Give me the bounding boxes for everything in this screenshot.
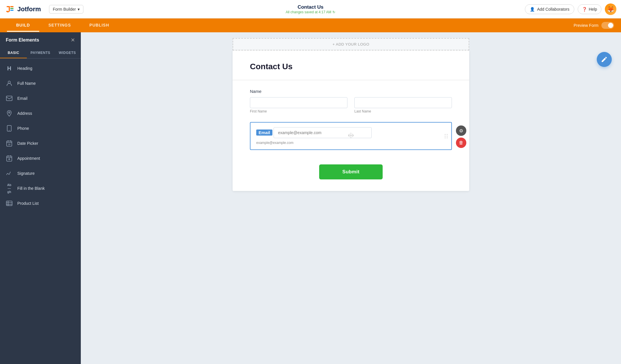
sidebar-item-appointment[interactable]: Appointment — [0, 151, 81, 166]
preview-toggle[interactable] — [601, 22, 614, 29]
sidebar-item-fullname[interactable]: Full Name — [0, 76, 81, 91]
sidebar-tabs: BASIC PAYMENTS WIDGETS — [0, 48, 81, 59]
sidebar-tab-basic[interactable]: BASIC — [0, 48, 27, 58]
sidebar-item-label: Fill in the Blank — [17, 186, 45, 191]
appointment-icon — [6, 155, 13, 162]
sidebar-item-label: Appointment — [17, 156, 40, 161]
address-icon — [6, 110, 13, 117]
svg-point-3 — [9, 112, 10, 113]
submit-section: Submit — [233, 159, 469, 191]
tab-build[interactable]: BUILD — [7, 19, 39, 32]
first-name-sublabel: First Name — [250, 109, 347, 113]
sidebar-header: Form Elements ✕ — [0, 32, 81, 48]
sidebar-item-product-list[interactable]: Product List — [0, 196, 81, 211]
name-field-label: Name — [250, 89, 452, 94]
sidebar-item-address[interactable]: Address — [0, 106, 81, 121]
sidebar-item-label: Full Name — [17, 81, 36, 86]
preview-form-toggle: Preview Form — [574, 22, 614, 29]
svg-rect-2 — [6, 96, 12, 101]
drag-handle-dots — [445, 134, 448, 138]
sidebar-item-label: Heading — [17, 66, 32, 71]
trash-icon: 🗑 — [459, 140, 463, 145]
svg-point-9 — [9, 159, 10, 160]
close-sidebar-button[interactable]: ✕ — [71, 37, 75, 43]
sidebar-tab-payments[interactable]: PAYMENTS — [27, 48, 54, 58]
email-icon — [6, 95, 13, 102]
pencil-icon — [601, 56, 608, 63]
gear-icon: ⚙ — [459, 128, 463, 134]
sidebar-item-datepicker[interactable]: 10 Date Picker — [0, 136, 81, 151]
field-actions: ⚙ 🗑 — [456, 125, 466, 148]
product-list-icon — [6, 200, 13, 207]
sidebar-item-email[interactable]: Email — [0, 91, 81, 106]
submit-button[interactable]: Submit — [319, 164, 382, 179]
sidebar: Form Elements ✕ BASIC PAYMENTS WIDGETS H… — [0, 32, 81, 364]
autosave-status: All changes saved at 4:17 AM ↻ — [286, 10, 335, 14]
phone-icon — [6, 125, 13, 132]
last-name-field: Last Name — [354, 97, 452, 113]
logo-area: Jotform Form Builder ▾ — [5, 4, 83, 14]
sidebar-item-signature[interactable]: Signature — [0, 166, 81, 181]
topbar: Jotform Form Builder ▾ Contact Us All ch… — [0, 0, 621, 18]
email-field-label: Email — [256, 130, 272, 136]
topbar-right: 👤 Add Collaborators ❓ Help 🦊 — [525, 3, 616, 15]
first-name-field: First Name — [250, 97, 347, 113]
form-builder-dropdown[interactable]: Form Builder ▾ — [49, 5, 83, 14]
svg-point-1 — [8, 81, 10, 83]
sidebar-item-label: Date Picker — [17, 141, 38, 146]
floating-edit-button[interactable] — [597, 52, 612, 67]
field-delete-button[interactable]: 🗑 — [456, 138, 466, 148]
form-header: Contact Us — [233, 50, 469, 80]
logo-text: Jotform — [17, 5, 41, 13]
sidebar-title: Form Elements — [6, 37, 39, 43]
main-layout: Form Elements ✕ BASIC PAYMENTS WIDGETS H… — [0, 32, 621, 364]
email-hint: example@example.com — [256, 141, 446, 145]
sidebar-item-label: Address — [17, 111, 32, 116]
datepicker-icon: 10 — [6, 140, 13, 147]
navbar: BUILD SETTINGS PUBLISH Preview Form — [0, 18, 621, 32]
refresh-icon: ↻ — [332, 10, 335, 14]
field-settings-button[interactable]: ⚙ — [456, 125, 466, 136]
form-title: Contact Us — [250, 62, 452, 71]
add-logo-button[interactable]: + ADD YOUR LOGO — [233, 38, 469, 50]
add-collaborators-button[interactable]: 👤 Add Collaborators — [525, 4, 574, 14]
sidebar-item-label: Signature — [17, 171, 35, 176]
form-title-header: Contact Us — [286, 4, 335, 10]
tab-publish[interactable]: PUBLISH — [80, 19, 118, 32]
first-name-input[interactable] — [250, 97, 347, 108]
name-field-section: Name First Name Last Name — [250, 89, 452, 113]
sidebar-item-label: Email — [17, 96, 27, 101]
form-builder-label: Form Builder — [53, 7, 76, 12]
svg-text:10: 10 — [8, 143, 10, 145]
email-field-selected[interactable]: Email example@example.com — [250, 122, 452, 150]
tab-settings[interactable]: SETTINGS — [39, 19, 80, 32]
form-container: Contact Us Name First Name Last Name — [233, 50, 469, 191]
jotform-logo-icon — [5, 4, 15, 14]
avatar[interactable]: 🦊 — [605, 3, 616, 15]
sidebar-item-phone[interactable]: Phone — [0, 121, 81, 136]
sidebar-item-heading[interactable]: H Heading — [0, 61, 81, 76]
chevron-down-icon: ▾ — [78, 7, 80, 12]
canvas-area: + ADD YOUR LOGO Contact Us Name First Na… — [81, 32, 621, 364]
fullname-icon — [6, 80, 13, 87]
sidebar-item-label: Phone — [17, 126, 29, 131]
toggle-knob — [608, 23, 613, 28]
email-field-container: Email example@example.com — [250, 122, 452, 150]
help-button[interactable]: ❓ Help — [578, 4, 601, 14]
heading-icon: H — [6, 65, 13, 72]
last-name-sublabel: Last Name — [354, 109, 452, 113]
last-name-input[interactable] — [354, 97, 452, 108]
name-fields-row: First Name Last Name — [250, 97, 452, 113]
nav-tabs: BUILD SETTINGS PUBLISH — [7, 19, 118, 32]
sidebar-item-label: Product List — [17, 201, 39, 206]
topbar-center: Contact Us All changes saved at 4:17 AM … — [286, 4, 335, 14]
signature-icon — [6, 170, 13, 177]
move-handle-icon — [347, 132, 354, 140]
svg-point-5 — [9, 130, 10, 131]
sidebar-items-list: H Heading Full Name Email Address — [0, 59, 81, 213]
sidebar-tab-widgets[interactable]: WIDGETS — [54, 48, 81, 58]
form-body: Name First Name Last Name — [233, 80, 469, 159]
fill-blank-icon: Ab—gh — [6, 185, 13, 192]
sidebar-item-fill-blank[interactable]: Ab—gh Fill in the Blank — [0, 181, 81, 196]
email-input[interactable] — [274, 127, 372, 138]
